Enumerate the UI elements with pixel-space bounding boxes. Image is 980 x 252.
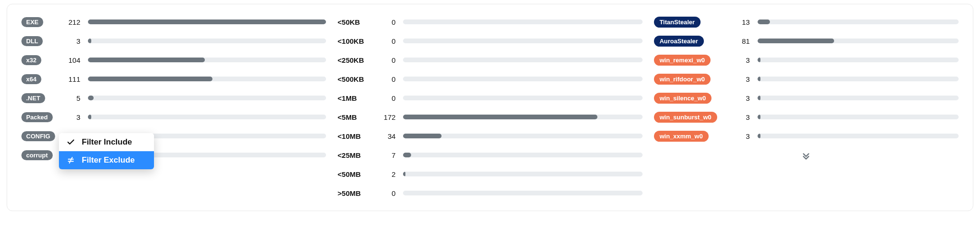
- filetype-bar: [88, 19, 326, 24]
- size-label: <500KB: [337, 75, 372, 83]
- tag-row[interactable]: win_xxmm_w03: [654, 130, 959, 142]
- filetype-row[interactable]: Packed3: [21, 111, 326, 123]
- tag-count: 3: [734, 56, 750, 64]
- size-row[interactable]: <500KB0: [337, 73, 642, 85]
- tag-row[interactable]: win_sunburst_w03: [654, 111, 959, 123]
- size-label: >50MB: [337, 189, 372, 197]
- filter-context-menu: Filter Include Filter Exclude: [59, 133, 154, 169]
- filetype-pill: EXE: [21, 17, 43, 27]
- size-row[interactable]: <5MB172: [337, 111, 642, 123]
- size-label: <100KB: [337, 37, 372, 45]
- tag-bar: [758, 115, 959, 119]
- size-bar: [403, 191, 642, 195]
- size-row[interactable]: <50KB0: [337, 16, 642, 28]
- size-bar: [403, 153, 642, 157]
- not-equal-icon: [67, 156, 75, 165]
- filetype-row[interactable]: x32104: [21, 54, 326, 66]
- size-count: 0: [379, 189, 395, 197]
- stats-panel: EXE212DLL3x32104x64111.NET5Packed3CONFIG…: [7, 4, 973, 211]
- size-bar: [403, 134, 642, 138]
- size-bar: [403, 96, 642, 100]
- menu-exclude-label: Filter Exclude: [82, 155, 135, 165]
- size-row[interactable]: <100KB0: [337, 35, 642, 47]
- tag-count: 13: [734, 18, 750, 26]
- size-bar: [403, 115, 642, 119]
- size-row[interactable]: <10MB34: [337, 130, 642, 142]
- tag-column: TitanStealer13AuroaStealer81win_remexi_w…: [654, 16, 959, 199]
- svg-line-2: [69, 157, 72, 163]
- tag-bar: [758, 134, 959, 138]
- size-column: <50KB0<100KB0<250KB0<500KB0<1MB0<5MB172<…: [337, 16, 642, 199]
- size-row[interactable]: >50MB0: [337, 187, 642, 199]
- size-label: <50MB: [337, 170, 372, 178]
- filetype-pill: CONFIG: [21, 131, 55, 141]
- size-count: 34: [379, 132, 395, 140]
- size-bar: [403, 77, 642, 81]
- size-count: 0: [379, 94, 395, 102]
- filetype-pill: .NET: [21, 93, 45, 103]
- size-label: <1MB: [337, 94, 372, 102]
- filetype-row[interactable]: x64111: [21, 73, 326, 85]
- tag-count: 81: [734, 37, 750, 45]
- tag-pill: win_rifdoor_w0: [654, 74, 711, 85]
- tag-row[interactable]: win_rifdoor_w03: [654, 73, 959, 85]
- tag-count: 3: [734, 94, 750, 102]
- size-bar: [403, 172, 642, 176]
- tag-count: 3: [734, 132, 750, 140]
- tag-bar: [758, 58, 959, 62]
- size-count: 0: [379, 75, 395, 83]
- tag-pill: AuroaStealer: [654, 36, 704, 47]
- size-bar: [403, 39, 642, 43]
- size-count: 7: [379, 151, 395, 159]
- tag-row[interactable]: TitanStealer13: [654, 16, 959, 28]
- filetype-bar: [88, 96, 326, 100]
- tag-count: 3: [734, 75, 750, 83]
- size-bar: [403, 58, 642, 62]
- filetype-bar: [88, 77, 326, 81]
- size-row[interactable]: <50MB2: [337, 168, 642, 180]
- filetype-count: 3: [64, 37, 80, 45]
- size-bar: [403, 19, 642, 24]
- tag-bar: [758, 39, 959, 43]
- filetype-pill: DLL: [21, 36, 43, 46]
- size-count: 2: [379, 170, 395, 178]
- filetype-count: 111: [64, 75, 80, 83]
- size-label: <5MB: [337, 113, 372, 121]
- filetype-pill: corrupt: [21, 150, 53, 160]
- filetype-bar: [88, 115, 326, 119]
- filetype-count: 5: [64, 94, 80, 102]
- menu-item-filter-exclude[interactable]: Filter Exclude: [59, 151, 154, 169]
- filetype-row[interactable]: EXE212: [21, 16, 326, 28]
- menu-include-label: Filter Include: [82, 137, 132, 147]
- expand-chevron-icon[interactable]: [654, 151, 959, 161]
- size-count: 172: [379, 113, 395, 121]
- size-count: 0: [379, 37, 395, 45]
- size-label: <250KB: [337, 56, 372, 64]
- size-row[interactable]: <25MB7: [337, 149, 642, 161]
- tag-row[interactable]: AuroaStealer81: [654, 35, 959, 47]
- tag-pill: win_remexi_w0: [654, 55, 711, 66]
- filetype-row[interactable]: .NET5: [21, 92, 326, 104]
- size-row[interactable]: <250KB0: [337, 54, 642, 66]
- tag-row[interactable]: win_silence_w03: [654, 92, 959, 104]
- filetype-pill: Packed: [21, 112, 53, 122]
- tag-count: 3: [734, 113, 750, 121]
- filetype-pill: x32: [21, 55, 41, 65]
- tag-bar: [758, 19, 959, 24]
- size-label: <10MB: [337, 132, 372, 140]
- filetype-bar: [88, 39, 326, 43]
- menu-item-filter-include[interactable]: Filter Include: [59, 133, 154, 151]
- filetype-count: 3: [64, 113, 80, 121]
- size-row[interactable]: <1MB0: [337, 92, 642, 104]
- tag-row[interactable]: win_remexi_w03: [654, 54, 959, 66]
- tag-pill: win_sunburst_w0: [654, 112, 717, 123]
- size-count: 0: [379, 18, 395, 26]
- filetype-count: 212: [64, 18, 80, 26]
- tag-bar: [758, 96, 959, 100]
- tag-bar: [758, 77, 959, 81]
- size-label: <50KB: [337, 18, 372, 26]
- size-label: <25MB: [337, 151, 372, 159]
- filetype-row[interactable]: DLL3: [21, 35, 326, 47]
- filetype-count: 104: [64, 56, 80, 64]
- filetype-pill: x64: [21, 74, 41, 84]
